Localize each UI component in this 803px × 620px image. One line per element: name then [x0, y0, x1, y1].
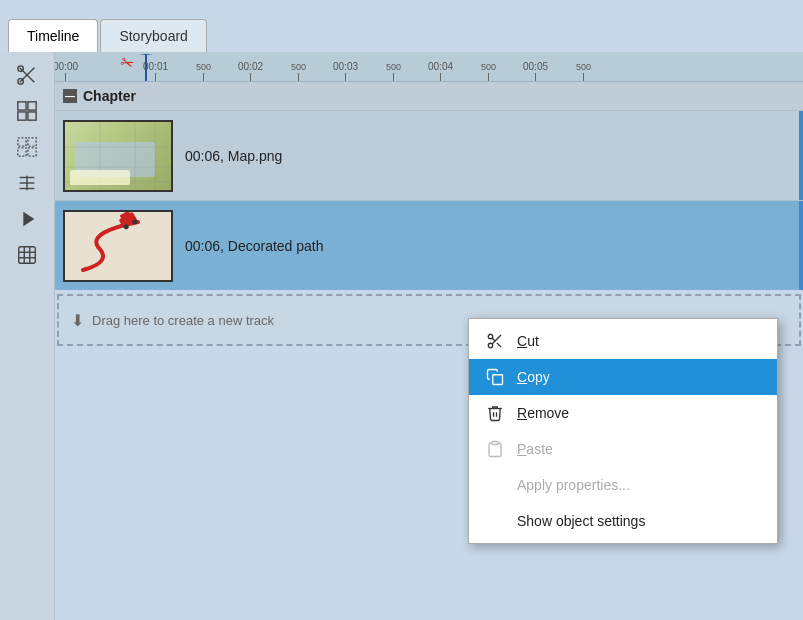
context-menu: Cut Copy Remove — [468, 318, 778, 544]
show-settings-label: Show object settings — [517, 513, 761, 529]
properties-icon[interactable] — [10, 168, 44, 198]
chapter-label: Chapter — [83, 88, 136, 104]
cut-label: Cut — [517, 333, 761, 349]
ruler-marks: 00:00 00:01 00:02 500 — [55, 52, 803, 81]
track-info-2: 00:06, Decorated path — [185, 238, 324, 254]
ruler-mark-t2: 500 — [298, 73, 299, 81]
track-clip-2: 00:06, Decorated path — [55, 201, 803, 290]
split-icon[interactable] — [10, 60, 44, 90]
left-toolbar — [0, 52, 55, 620]
svg-rect-8 — [18, 138, 26, 146]
drag-drop-label: Drag here to create a new track — [92, 313, 274, 328]
ruler-mark-t1: 500 — [203, 73, 204, 81]
svg-rect-38 — [492, 442, 498, 445]
main-container: Timeline Storyboard — [0, 0, 803, 620]
remove-icon — [485, 403, 505, 423]
svg-rect-17 — [19, 247, 36, 264]
track-thumbnail-1 — [63, 120, 173, 192]
paste-icon — [485, 439, 505, 459]
svg-rect-37 — [493, 375, 503, 385]
path-thumbnail-content — [65, 212, 171, 280]
svg-point-32 — [488, 343, 493, 348]
track-thumbnail-2 — [63, 210, 173, 282]
ruler-mark-0: 00:00 — [65, 73, 66, 81]
ruler-mark-2: 00:02 — [250, 73, 251, 81]
context-menu-item-paste: Paste — [469, 431, 777, 467]
svg-rect-9 — [28, 138, 36, 146]
context-menu-item-remove[interactable]: Remove — [469, 395, 777, 431]
ungroup-icon[interactable] — [10, 132, 44, 162]
context-menu-item-cut[interactable]: Cut — [469, 323, 777, 359]
playhead-line — [145, 55, 147, 81]
ruler-mark-3: 00:03 — [345, 73, 346, 81]
cut-icon — [485, 331, 505, 351]
ruler-mark-1: 00:01 — [155, 73, 156, 81]
ruler-mark-t4: 500 — [488, 73, 489, 81]
tab-bar: Timeline Storyboard — [0, 0, 803, 52]
context-menu-item-show-settings[interactable]: Show object settings — [469, 503, 777, 539]
apply-props-icon — [485, 475, 505, 495]
svg-rect-11 — [28, 148, 36, 156]
context-menu-item-copy[interactable]: Copy — [469, 359, 777, 395]
track-clip-1: 00:06, Map.png — [55, 111, 803, 200]
delete-icon[interactable] — [10, 240, 44, 270]
svg-rect-10 — [18, 148, 26, 156]
apply-properties-label: Apply properties... — [517, 477, 761, 493]
time-ruler: ✂ 00:00 00:01 — [55, 52, 803, 82]
tab-storyboard[interactable]: Storyboard — [100, 19, 206, 52]
svg-marker-16 — [23, 212, 34, 227]
chapter-header: — Chapter — [55, 82, 803, 110]
ruler-mark-t5: 500 — [583, 73, 584, 81]
svg-rect-4 — [18, 102, 26, 110]
paste-label: Paste — [517, 441, 761, 457]
svg-line-36 — [492, 338, 495, 341]
group-icon[interactable] — [10, 96, 44, 126]
svg-line-35 — [497, 343, 501, 347]
context-menu-item-apply-properties: Apply properties... — [469, 467, 777, 503]
svg-point-33 — [488, 334, 493, 339]
svg-rect-6 — [18, 112, 26, 120]
svg-rect-5 — [28, 102, 36, 110]
map-thumbnail-content — [65, 122, 171, 190]
ruler-mark-5: 00:05 — [535, 73, 536, 81]
drag-drop-icon: ⬇ — [71, 311, 84, 330]
copy-icon — [485, 367, 505, 387]
show-settings-icon — [485, 511, 505, 531]
svg-rect-7 — [28, 112, 36, 120]
track-row-1[interactable]: 00:06, Map.png — [55, 110, 803, 200]
ruler-mark-t3: 500 — [393, 73, 394, 81]
chapter-collapse-button[interactable]: — — [63, 89, 77, 103]
remove-label: Remove — [517, 405, 761, 421]
tab-timeline[interactable]: Timeline — [8, 19, 98, 52]
copy-label: Copy — [517, 369, 761, 385]
arrow-right-icon[interactable] — [10, 204, 44, 234]
ruler-mark-4: 00:04 — [440, 73, 441, 81]
blue-line-2 — [799, 201, 803, 290]
track-info-1: 00:06, Map.png — [185, 148, 282, 164]
track-row-2[interactable]: 00:06, Decorated path — [55, 200, 803, 290]
playhead[interactable] — [145, 52, 147, 81]
blue-line-1 — [799, 111, 803, 200]
